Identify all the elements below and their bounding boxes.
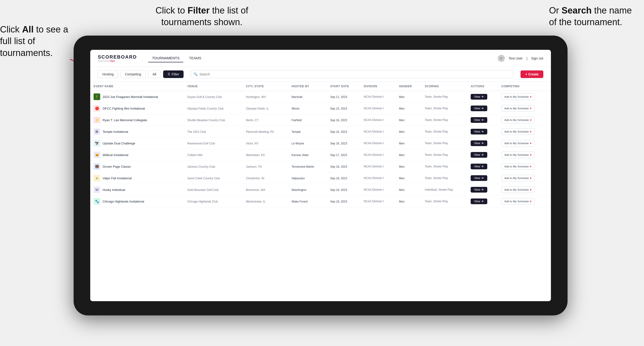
- cell-scoring: Team, Stroke Play: [422, 138, 467, 149]
- cell-start-date: Sep 17, 2023: [327, 149, 360, 161]
- tablet-frame: SCOREBOARD Powered by clipd TOURNAMENTS …: [74, 35, 568, 315]
- event-name-text: Ryan T. Lee Memorial Collegiate: [102, 118, 147, 122]
- event-name-text: OFCC Fighting Illini Invitational: [102, 107, 145, 110]
- view-label: View: [474, 118, 480, 122]
- cell-city-state: Manhattan, KS: [243, 149, 288, 161]
- view-button[interactable]: View 👁: [471, 129, 487, 135]
- filter-button-label: Filter: [172, 72, 179, 76]
- view-button[interactable]: View 👁: [471, 140, 487, 146]
- plus-icon: +: [530, 153, 532, 157]
- plus-icon: +: [530, 176, 532, 180]
- cell-city-state: Westchester, IL: [243, 196, 288, 207]
- add-to-schedule-button[interactable]: Add to My Schedule +: [501, 152, 535, 158]
- all-filter-button[interactable]: All: [148, 70, 161, 78]
- cell-hosted-by: Valparaiso: [288, 173, 327, 184]
- cell-division: NCAA Division I: [360, 126, 396, 138]
- create-button[interactable]: + Create: [520, 70, 543, 78]
- add-to-schedule-button[interactable]: Add to My Schedule +: [501, 117, 535, 123]
- eye-icon: 👁: [481, 107, 484, 110]
- view-button[interactable]: View 👁: [471, 152, 487, 158]
- add-schedule-label: Add to My Schedule: [504, 200, 529, 203]
- view-button[interactable]: View 👁: [471, 164, 487, 169]
- nav-separator: |: [526, 56, 528, 60]
- add-to-schedule-button[interactable]: Add to My Schedule +: [501, 186, 535, 193]
- annotation-filter: Click to Filter the list of tournaments …: [133, 5, 271, 28]
- cell-hosted-by: Kansas State: [288, 149, 327, 161]
- app-logo: SCOREBOARD: [98, 54, 137, 60]
- cell-venue: Guyan Golf & Country Club: [184, 91, 243, 103]
- plus-icon: +: [530, 130, 532, 134]
- event-name-text: Chicago Highlands Invitational: [102, 200, 144, 203]
- add-to-schedule-button[interactable]: Add to My Schedule +: [501, 128, 535, 135]
- view-button[interactable]: View 👁: [471, 94, 487, 100]
- cell-hosted-by: Temple: [288, 126, 327, 138]
- team-logo: W: [94, 186, 100, 193]
- cell-division: NCAA Division I: [360, 103, 396, 114]
- filter-toggle-button[interactable]: ☰ Filter: [163, 70, 184, 78]
- cell-gender: Men: [396, 149, 422, 161]
- cell-hosted-by: Tennessee-Martin: [288, 161, 327, 173]
- cell-actions: View 👁: [467, 91, 498, 103]
- tablet-screen: SCOREBOARD Powered by clipd TOURNAMENTS …: [90, 50, 551, 301]
- view-button[interactable]: View 👁: [471, 106, 487, 111]
- annotation-search: Or Search the name of the tournament.: [549, 5, 637, 28]
- filter-icon: ☰: [168, 73, 170, 76]
- table-header-row: EVENT NAME VENUE CITY, STATE HOSTED BY S…: [90, 82, 551, 91]
- eye-icon: 👁: [481, 130, 484, 133]
- cell-venue: Ravenwood Golf Club: [184, 138, 243, 149]
- add-to-schedule-button[interactable]: Add to My Schedule +: [501, 140, 535, 147]
- cell-scoring: Team, Stroke Play: [422, 91, 467, 103]
- event-name-text: Husky Individual: [102, 188, 125, 192]
- hosting-filter-button[interactable]: Hosting: [98, 70, 118, 78]
- cell-venue: Olympia Fields Country Club: [184, 103, 243, 114]
- plus-icon: +: [530, 141, 532, 145]
- col-gender: GENDER: [396, 82, 422, 91]
- add-schedule-label: Add to My Schedule: [504, 107, 529, 110]
- cell-scoring: Team, Stroke Play: [422, 149, 467, 161]
- view-button[interactable]: View 👁: [471, 175, 487, 181]
- table-row: 🐱 Wildcat Invitational Colbert Hills Man…: [90, 149, 551, 161]
- cell-division: NCAA Division I: [360, 196, 396, 207]
- col-venue: VENUE: [184, 82, 243, 91]
- view-button[interactable]: View 👁: [471, 187, 487, 192]
- event-name-text: Grover Page Classic: [102, 165, 131, 168]
- cell-hosted-by: Washington: [288, 184, 327, 196]
- event-name-text: Wildcat Invitational: [102, 153, 128, 157]
- cell-venue: Sand Creek Country Club: [184, 173, 243, 184]
- cell-start-date: Sep 16, 2023: [327, 126, 360, 138]
- add-schedule-label: Add to My Schedule: [504, 177, 529, 179]
- event-name-text: Temple Invitational: [102, 130, 128, 134]
- eye-icon: 👁: [481, 200, 484, 203]
- view-button[interactable]: View 👁: [471, 117, 487, 123]
- eye-icon: 👁: [481, 165, 484, 168]
- add-to-schedule-button[interactable]: Add to My Schedule +: [501, 93, 535, 100]
- cell-competing: Add to My Schedule +: [498, 161, 551, 173]
- annotation-all: Click All to see a full list of tourname…: [0, 24, 74, 59]
- nav-tab-teams[interactable]: TEAMS: [185, 54, 205, 62]
- nav-tab-tournaments[interactable]: TOURNAMENTS: [148, 54, 183, 62]
- sign-out-link[interactable]: Sign out: [531, 56, 543, 60]
- cell-start-date: Sep 15, 2023: [327, 103, 360, 114]
- logo-area: SCOREBOARD Powered by clipd: [98, 54, 137, 62]
- nav-bar: SCOREBOARD Powered by clipd TOURNAMENTS …: [90, 50, 551, 67]
- cell-start-date: Sep 18, 2023: [327, 173, 360, 184]
- add-schedule-label: Add to My Schedule: [504, 154, 529, 156]
- col-hosted-by: HOSTED BY: [288, 82, 327, 91]
- col-start-date: START DATE: [327, 82, 360, 91]
- add-to-schedule-button[interactable]: Add to My Schedule +: [501, 198, 535, 205]
- team-logo: 🐱: [94, 152, 100, 158]
- nav-tabs: TOURNAMENTS TEAMS: [148, 54, 498, 62]
- table-row: 🔴 OFCC Fighting Illini Invitational Olym…: [90, 103, 551, 114]
- add-to-schedule-button[interactable]: Add to My Schedule +: [501, 175, 535, 181]
- add-to-schedule-button[interactable]: Add to My Schedule +: [501, 163, 535, 170]
- view-button[interactable]: View 👁: [471, 198, 487, 204]
- view-label: View: [474, 130, 480, 133]
- plus-icon: +: [530, 95, 532, 99]
- add-to-schedule-button[interactable]: Add to My Schedule +: [501, 105, 535, 112]
- cell-city-state: Victor, NY: [243, 138, 288, 149]
- view-label: View: [474, 176, 480, 180]
- cell-hosted-by: Illinois: [288, 103, 327, 114]
- search-input[interactable]: [191, 70, 514, 78]
- col-actions: ACTIONS: [467, 82, 498, 91]
- competing-filter-button[interactable]: Competing: [120, 70, 146, 78]
